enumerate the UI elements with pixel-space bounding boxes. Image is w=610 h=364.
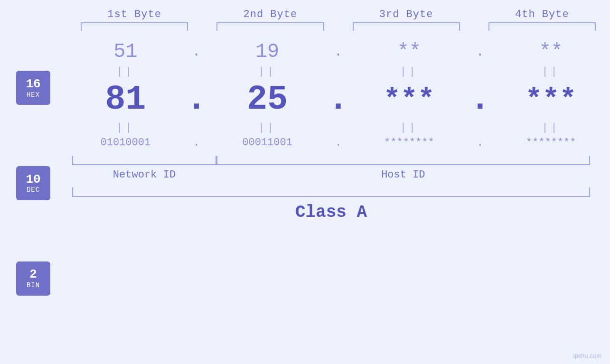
eq1-b3: || bbox=[350, 66, 469, 78]
bin-badge-label: BIN bbox=[27, 281, 40, 289]
class-label: Class A bbox=[66, 203, 596, 222]
bin-badge-num: 2 bbox=[29, 268, 37, 281]
equals-row-1: || || || || bbox=[66, 63, 610, 80]
byte1-header: 1st Byte bbox=[66, 9, 202, 20]
bin-dot2: . bbox=[327, 136, 350, 149]
full-bracket bbox=[72, 187, 590, 197]
byte2-header: 2nd Byte bbox=[202, 9, 338, 20]
bin-badge: 2 BIN bbox=[16, 261, 50, 296]
bin-value-row: 01010001 . 00011001 . ******** . bbox=[66, 136, 610, 149]
dec-badge-num: 10 bbox=[26, 173, 40, 187]
eq1-b1: || bbox=[66, 66, 185, 78]
eq2-b3: || bbox=[350, 122, 469, 134]
dec-byte2: 25 bbox=[208, 80, 327, 119]
hex-dot2: . bbox=[327, 44, 350, 60]
eq1-b2: || bbox=[208, 66, 327, 78]
dec-badge-label: DEC bbox=[27, 186, 40, 194]
top-brackets bbox=[66, 22, 610, 31]
eq2-b1: || bbox=[66, 122, 185, 134]
bin-dot3: . bbox=[468, 136, 492, 149]
host-bracket bbox=[216, 156, 590, 165]
dec-dot2: . bbox=[327, 80, 350, 119]
equals-row-2: || || || || bbox=[66, 119, 610, 136]
bin-dot1: . bbox=[185, 136, 208, 149]
dec-dot1: . bbox=[185, 80, 208, 119]
main-container: 1st Byte 2nd Byte 3rd Byte 4th Byte 16 H… bbox=[0, 0, 610, 364]
bin-byte2: 00011001 bbox=[208, 137, 327, 149]
hex-value-row: 51 . 19 . ** . ** bbox=[66, 40, 610, 63]
network-host-bracket-row bbox=[66, 156, 596, 165]
bin-byte4: ******** bbox=[492, 137, 610, 149]
base-labels-column: 16 HEX 10 DEC 2 BIN bbox=[0, 36, 66, 364]
hex-badge-label: HEX bbox=[27, 91, 40, 99]
main-area: 16 HEX 10 DEC 2 BIN 51 . bbox=[0, 36, 610, 364]
dec-byte4: *** bbox=[492, 84, 610, 116]
byte3-bracket bbox=[353, 22, 460, 31]
dec-badge: 10 DEC bbox=[16, 166, 50, 200]
hex-badge: 16 HEX bbox=[16, 71, 50, 105]
bin-byte3: ******** bbox=[350, 137, 469, 149]
watermark: ipshu.com bbox=[573, 352, 601, 359]
dec-byte1: 81 bbox=[66, 80, 185, 119]
dec-value-row: 81 . 25 . *** . *** bbox=[66, 80, 610, 119]
values-column: 51 . 19 . ** . ** bbox=[66, 36, 610, 364]
network-bracket bbox=[72, 156, 216, 165]
hex-byte1: 51 bbox=[66, 40, 185, 63]
eq2-b4: || bbox=[492, 122, 610, 134]
hex-badge-num: 16 bbox=[26, 77, 40, 91]
host-id-label: Host ID bbox=[216, 169, 590, 181]
dec-byte3: *** bbox=[350, 84, 469, 116]
bin-byte1: 01010001 bbox=[66, 137, 185, 149]
dec-dot3: . bbox=[468, 80, 492, 119]
byte3-header: 3rd Byte bbox=[338, 9, 474, 20]
byte2-bracket bbox=[216, 22, 324, 31]
eq2-b2: || bbox=[208, 122, 327, 134]
bottom-section: Network ID Host ID Class A bbox=[66, 152, 610, 222]
network-id-label: Network ID bbox=[72, 169, 216, 181]
hex-dot3: . bbox=[468, 44, 492, 60]
eq1-b4: || bbox=[492, 66, 610, 78]
hex-byte4: ** bbox=[492, 40, 610, 63]
hex-byte3: ** bbox=[350, 40, 469, 63]
column-headers: 1st Byte 2nd Byte 3rd Byte 4th Byte bbox=[66, 0, 610, 20]
hex-byte2: 19 bbox=[208, 40, 327, 63]
byte4-header: 4th Byte bbox=[474, 9, 610, 20]
id-labels-row: Network ID Host ID bbox=[66, 169, 596, 181]
hex-dot1: . bbox=[185, 44, 208, 60]
byte1-bracket bbox=[81, 22, 188, 31]
byte4-bracket bbox=[488, 22, 596, 31]
